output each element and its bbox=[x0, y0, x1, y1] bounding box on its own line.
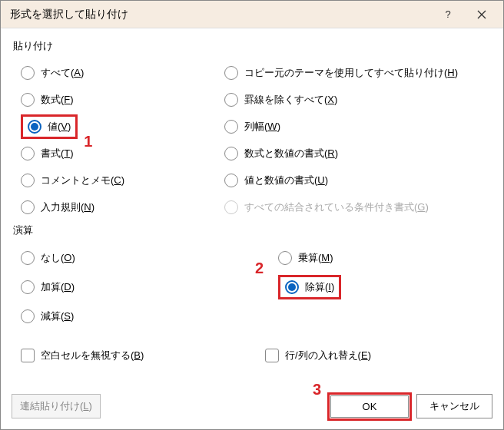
radio-formnum[interactable]: 数式と数値の書式(R) bbox=[224, 140, 491, 167]
radio-colwidth[interactable]: 列幅(W) bbox=[224, 113, 491, 140]
cancel-button[interactable]: キャンセル bbox=[416, 394, 492, 418]
paste-section-label: 貼り付け bbox=[13, 39, 491, 53]
radio-add[interactable]: 加算(D) bbox=[21, 273, 267, 302]
radio-noborder[interactable]: 罫線を除くすべて(X) bbox=[224, 86, 491, 113]
radio-formulas[interactable]: 数式(F) bbox=[21, 86, 217, 113]
annotation-1: 1 bbox=[84, 134, 92, 149]
operation-options: なし(O) 加算(D) 減算(S) 乗算(M) 2 bbox=[13, 243, 491, 331]
paste-special-dialog: 形式を選択して貼り付け ? 貼り付け すべて(A) 数式(F) bbox=[0, 0, 504, 430]
ok-button[interactable]: OK 3 bbox=[330, 395, 409, 418]
check-transpose[interactable]: 行/列の入れ替え(E) bbox=[265, 342, 491, 369]
paste-link-button: 連結貼り付け(L) bbox=[12, 394, 101, 418]
radio-sub[interactable]: 減算(S) bbox=[21, 302, 267, 331]
radio-mul[interactable]: 乗算(M) bbox=[278, 243, 491, 273]
close-button[interactable] bbox=[465, 3, 499, 26]
titlebar: 形式を選択して貼り付け ? bbox=[1, 1, 503, 28]
radio-all[interactable]: すべて(A) bbox=[21, 59, 217, 86]
radio-validation[interactable]: 入力規則(N) bbox=[21, 194, 217, 220]
radio-valnum[interactable]: 値と数値の書式(U) bbox=[224, 167, 491, 194]
radio-condfmt: すべての結合されている条件付き書式(G) bbox=[224, 194, 491, 220]
footer: 連結貼り付け(L) OK 3 キャンセル bbox=[1, 386, 503, 429]
radio-none[interactable]: なし(O) bbox=[21, 243, 267, 273]
options-row: 空白セルを無視する(B) 行/列の入れ替え(E) bbox=[13, 342, 491, 369]
radio-theme[interactable]: コピー元のテーマを使用してすべて貼り付け(H) bbox=[224, 59, 491, 86]
help-button[interactable]: ? bbox=[431, 3, 465, 26]
paste-options: すべて(A) 数式(F) 値(V) 1 bbox=[13, 59, 491, 220]
radio-div[interactable]: 除算(I) bbox=[285, 280, 334, 294]
radio-comments[interactable]: コメントとメモ(C) bbox=[21, 167, 217, 194]
radio-values[interactable]: 値(V) bbox=[28, 120, 71, 134]
close-icon bbox=[477, 10, 486, 19]
annotation-2: 2 bbox=[255, 260, 264, 276]
check-skip-blanks[interactable]: 空白セルを無視する(B) bbox=[21, 342, 265, 369]
dialog-title: 形式を選択して貼り付け bbox=[10, 8, 431, 22]
dialog-content: 貼り付け すべて(A) 数式(F) 値(V) bbox=[1, 28, 503, 386]
help-icon: ? bbox=[445, 8, 450, 20]
radio-formats[interactable]: 書式(T) bbox=[21, 140, 217, 167]
annotation-3: 3 bbox=[313, 381, 321, 399]
operation-section-label: 演算 bbox=[13, 223, 491, 237]
